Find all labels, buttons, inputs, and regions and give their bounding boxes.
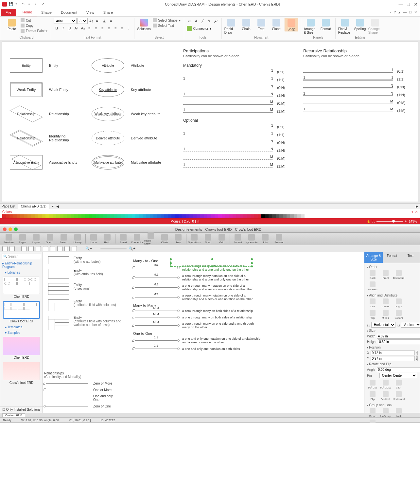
help-icon[interactable]: ▫ — [390, 10, 391, 14]
chain-button[interactable]: Chain — [239, 18, 253, 31]
sample-crow[interactable]: Crow's foot ERD — [3, 362, 40, 385]
line-tool[interactable]: ╱ — [200, 18, 206, 24]
color-swatch[interactable] — [283, 214, 287, 218]
tree-templates[interactable]: ▸ Templates — [0, 324, 43, 330]
back-button[interactable]: Back — [367, 270, 378, 279]
pointer-tool[interactable] — [2, 246, 8, 251]
color-swatch[interactable] — [247, 214, 251, 218]
color-swatch[interactable] — [6, 214, 9, 218]
sample-chen[interactable]: Chen ERD — [3, 337, 40, 359]
maximize-icon[interactable]: □ — [407, 2, 410, 7]
highlight-button[interactable]: A — [108, 18, 114, 24]
relationship-line[interactable]: M:1a one through many notation on one si… — [133, 284, 359, 291]
color-swatch[interactable] — [107, 214, 110, 218]
tree-libraries[interactable]: ▾ Libraries — [0, 270, 43, 275]
valign2-button[interactable]: ≡ — [113, 25, 118, 31]
color-swatch[interactable] — [135, 214, 139, 218]
color-swatch[interactable] — [175, 214, 179, 218]
save-icon[interactable]: 💾 — [9, 2, 13, 7]
solutions-button[interactable]: Solutions — [137, 18, 151, 31]
entity-stencil[interactable]: Entity(with no attributes) — [48, 256, 123, 264]
toolbar-grid[interactable]: Grid — [215, 234, 228, 244]
minimize-icon[interactable]: — — [399, 2, 403, 7]
brush-tool[interactable]: 🖌 — [213, 18, 219, 24]
color-swatch[interactable] — [287, 214, 290, 218]
color-swatch[interactable] — [161, 214, 164, 218]
align-center-button[interactable]: ≡ — [93, 25, 99, 31]
color-swatch[interactable] — [103, 214, 107, 218]
font-select[interactable]: Arial — [54, 18, 77, 24]
color-swatch[interactable] — [254, 214, 258, 218]
color-swatch[interactable] — [179, 214, 182, 218]
color-swatch[interactable] — [189, 214, 193, 218]
copy-button[interactable]: Copy — [20, 23, 48, 28]
rect-tool[interactable] — [21, 246, 26, 251]
multi-attr-shape[interactable]: Multivalue attribute — [92, 155, 124, 170]
tab-text[interactable]: Text — [401, 252, 420, 263]
bold-button[interactable]: B — [54, 25, 60, 31]
color-swatch[interactable] — [35, 214, 38, 218]
color-swatch[interactable] — [261, 214, 265, 218]
valign-button[interactable]: ≡ — [106, 25, 112, 31]
toolbar-library[interactable]: Library — [71, 234, 84, 244]
new-icon[interactable]: ▫ — [28, 2, 33, 7]
zoom-slider[interactable] — [100, 248, 127, 249]
front-button[interactable]: Front — [380, 270, 391, 279]
size-select[interactable]: 8 — [77, 18, 88, 24]
text-tool[interactable] — [9, 246, 15, 251]
colors-close-icon[interactable]: ✕ — [415, 210, 418, 214]
width-input[interactable] — [377, 334, 420, 339]
color-swatch[interactable] — [150, 214, 153, 218]
toolbar-redo[interactable]: Redo — [101, 234, 114, 244]
tree-samples[interactable]: ▾ Samples — [0, 330, 43, 335]
tab-format[interactable]: Format — [383, 252, 401, 263]
color-swatch[interactable] — [71, 214, 74, 218]
toolbar-layers[interactable]: Layers — [30, 234, 43, 244]
toolbar-pages[interactable]: Pages — [16, 234, 29, 244]
color-swatch[interactable] — [56, 214, 60, 218]
relationship-shape[interactable]: Relationship — [10, 107, 43, 121]
color-swatch[interactable] — [27, 214, 31, 218]
lib-crows-foot[interactable]: Crows foot ERD — [3, 301, 40, 323]
bullets-button[interactable]: ⋮ — [126, 25, 131, 31]
color-swatch[interactable] — [171, 214, 175, 218]
format-button[interactable]: Format — [319, 18, 333, 31]
forward-button[interactable]: Forward — [367, 281, 378, 291]
toolbar-solutions[interactable]: Solutions — [2, 234, 15, 244]
y-input[interactable] — [371, 356, 415, 361]
order-section[interactable]: Order — [367, 264, 417, 269]
super-button[interactable]: A² — [73, 25, 79, 31]
text-tool[interactable]: A — [193, 18, 199, 24]
color-swatch[interactable] — [269, 214, 272, 218]
connector-button[interactable]: Connector ▾ — [187, 25, 211, 31]
max-traffic-light[interactable] — [14, 227, 18, 231]
unlock-button[interactable]: UnLock — [367, 420, 378, 423]
file-tab[interactable]: File — [1, 9, 16, 16]
toolbar-tree[interactable]: Tree — [172, 234, 185, 244]
x-input[interactable] — [371, 351, 415, 355]
scroll-right-button[interactable]: ▶ — [416, 205, 418, 208]
restore-icon[interactable]: □ — [409, 10, 411, 14]
clone-button[interactable]: Clone — [270, 18, 283, 31]
color-swatch[interactable] — [114, 214, 117, 218]
view-tab[interactable]: View — [82, 9, 99, 16]
share-tab[interactable]: Share — [99, 9, 117, 16]
color-swatch[interactable] — [117, 214, 121, 218]
selection-box[interactable] — [170, 259, 252, 267]
id-relationship-shape[interactable]: Relationship — [10, 131, 43, 145]
weak-entity-shape[interactable]: Weak Entity — [10, 82, 43, 97]
close-traffic-light[interactable] — [3, 227, 7, 231]
zoom-out-icon[interactable]: 🔍− — [85, 246, 92, 251]
color-swatch[interactable] — [218, 214, 222, 218]
size-section[interactable]: Size — [367, 328, 417, 333]
color-swatch[interactable] — [297, 214, 301, 218]
arrow-icon[interactable]: ↗ — [42, 2, 46, 7]
entity-shape[interactable]: Entity — [10, 58, 43, 73]
italic-button[interactable]: I — [60, 25, 66, 31]
color-swatch[interactable] — [9, 214, 13, 218]
color-swatch[interactable] — [164, 214, 168, 218]
color-swatch[interactable] — [168, 214, 171, 218]
color-swatch[interactable] — [251, 214, 254, 218]
angle-input[interactable] — [377, 367, 420, 372]
color-swatch[interactable] — [204, 214, 207, 218]
